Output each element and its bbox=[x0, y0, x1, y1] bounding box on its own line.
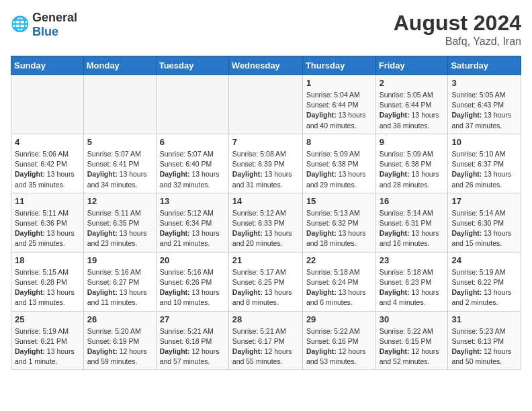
day-info: Sunrise: 5:17 AMSunset: 6:25 PMDaylight:… bbox=[232, 267, 299, 308]
day-number: 12 bbox=[87, 196, 152, 206]
day-info: Sunrise: 5:16 AMSunset: 6:27 PMDaylight:… bbox=[87, 267, 152, 308]
calendar-day-cell: 24Sunrise: 5:19 AMSunset: 6:22 PMDayligh… bbox=[448, 252, 521, 311]
calendar-day-cell: 22Sunrise: 5:18 AMSunset: 6:24 PMDayligh… bbox=[302, 252, 375, 311]
day-number: 13 bbox=[160, 196, 225, 206]
calendar-day-cell: 18Sunrise: 5:15 AMSunset: 6:28 PMDayligh… bbox=[11, 252, 84, 311]
calendar-week-row: 18Sunrise: 5:15 AMSunset: 6:28 PMDayligh… bbox=[11, 252, 521, 311]
calendar-day-cell: 31Sunrise: 5:23 AMSunset: 6:13 PMDayligh… bbox=[448, 311, 521, 370]
day-of-week-header: Wednesday bbox=[228, 56, 302, 75]
calendar-day-cell: 11Sunrise: 5:11 AMSunset: 6:36 PMDayligh… bbox=[11, 193, 84, 252]
calendar-week-row: 25Sunrise: 5:19 AMSunset: 6:21 PMDayligh… bbox=[11, 311, 521, 370]
calendar-day-cell: 4Sunrise: 5:06 AMSunset: 6:42 PMDaylight… bbox=[11, 134, 84, 193]
day-number: 6 bbox=[160, 137, 225, 147]
day-info: Sunrise: 5:12 AMSunset: 6:33 PMDaylight:… bbox=[232, 208, 299, 249]
day-info: Sunrise: 5:11 AMSunset: 6:36 PMDaylight:… bbox=[15, 208, 80, 249]
calendar-day-cell: 3Sunrise: 5:05 AMSunset: 6:43 PMDaylight… bbox=[448, 75, 521, 134]
calendar-day-cell bbox=[11, 75, 84, 134]
day-number: 28 bbox=[232, 314, 299, 324]
day-info: Sunrise: 5:19 AMSunset: 6:22 PMDaylight:… bbox=[451, 267, 517, 308]
day-number: 8 bbox=[306, 137, 372, 147]
day-number: 24 bbox=[451, 255, 517, 265]
day-of-week-header: Sunday bbox=[11, 56, 84, 75]
day-info: Sunrise: 5:09 AMSunset: 6:38 PMDaylight:… bbox=[306, 149, 372, 190]
day-info: Sunrise: 5:09 AMSunset: 6:38 PMDaylight:… bbox=[380, 149, 445, 190]
day-info: Sunrise: 5:20 AMSunset: 6:19 PMDaylight:… bbox=[87, 326, 152, 367]
calendar-header-row: SundayMondayTuesdayWednesdayThursdayFrid… bbox=[11, 56, 521, 75]
page-title: August 2024 bbox=[394, 11, 521, 36]
day-info: Sunrise: 5:22 AMSunset: 6:16 PMDaylight:… bbox=[306, 326, 372, 367]
day-number: 10 bbox=[451, 137, 517, 147]
calendar-day-cell bbox=[228, 75, 302, 134]
logo-icon: 🌐 bbox=[11, 15, 30, 34]
day-of-week-header: Tuesday bbox=[156, 56, 228, 75]
day-info: Sunrise: 5:19 AMSunset: 6:21 PMDaylight:… bbox=[15, 326, 80, 367]
calendar-day-cell: 17Sunrise: 5:14 AMSunset: 6:30 PMDayligh… bbox=[448, 193, 521, 252]
calendar-day-cell: 12Sunrise: 5:11 AMSunset: 6:35 PMDayligh… bbox=[83, 193, 156, 252]
day-info: Sunrise: 5:22 AMSunset: 6:15 PMDaylight:… bbox=[380, 326, 445, 367]
day-of-week-header: Monday bbox=[83, 56, 156, 75]
day-number: 18 bbox=[15, 255, 80, 265]
day-info: Sunrise: 5:06 AMSunset: 6:42 PMDaylight:… bbox=[15, 149, 80, 190]
day-number: 5 bbox=[87, 137, 152, 147]
day-info: Sunrise: 5:12 AMSunset: 6:34 PMDaylight:… bbox=[160, 208, 225, 249]
calendar-day-cell: 19Sunrise: 5:16 AMSunset: 6:27 PMDayligh… bbox=[83, 252, 156, 311]
calendar-week-row: 1Sunrise: 5:04 AMSunset: 6:44 PMDaylight… bbox=[11, 75, 521, 134]
day-number: 19 bbox=[87, 255, 152, 265]
day-info: Sunrise: 5:23 AMSunset: 6:13 PMDaylight:… bbox=[451, 326, 517, 367]
calendar-day-cell: 30Sunrise: 5:22 AMSunset: 6:15 PMDayligh… bbox=[375, 311, 448, 370]
calendar-table: SundayMondayTuesdayWednesdayThursdayFrid… bbox=[11, 56, 521, 370]
calendar-day-cell: 25Sunrise: 5:19 AMSunset: 6:21 PMDayligh… bbox=[11, 311, 84, 370]
day-number: 22 bbox=[306, 255, 372, 265]
day-number: 23 bbox=[380, 255, 445, 265]
day-info: Sunrise: 5:21 AMSunset: 6:18 PMDaylight:… bbox=[160, 326, 225, 367]
svg-text:🌐: 🌐 bbox=[11, 15, 30, 33]
day-info: Sunrise: 5:16 AMSunset: 6:26 PMDaylight:… bbox=[160, 267, 225, 308]
day-number: 20 bbox=[160, 255, 225, 265]
calendar-day-cell: 8Sunrise: 5:09 AMSunset: 6:38 PMDaylight… bbox=[302, 134, 375, 193]
calendar-day-cell: 15Sunrise: 5:13 AMSunset: 6:32 PMDayligh… bbox=[302, 193, 375, 252]
day-info: Sunrise: 5:14 AMSunset: 6:30 PMDaylight:… bbox=[451, 208, 517, 249]
day-info: Sunrise: 5:04 AMSunset: 6:44 PMDaylight:… bbox=[306, 90, 372, 131]
day-of-week-header: Friday bbox=[375, 56, 448, 75]
day-info: Sunrise: 5:15 AMSunset: 6:28 PMDaylight:… bbox=[15, 267, 80, 308]
day-number: 14 bbox=[232, 196, 299, 206]
page-header: 🌐 General Blue August 2024 Bafq, Yazd, I… bbox=[11, 11, 521, 48]
day-number: 31 bbox=[451, 314, 517, 324]
day-number: 16 bbox=[380, 196, 445, 206]
calendar-day-cell: 2Sunrise: 5:05 AMSunset: 6:44 PMDaylight… bbox=[375, 75, 448, 134]
day-number: 2 bbox=[380, 78, 445, 88]
day-number: 9 bbox=[380, 137, 445, 147]
day-info: Sunrise: 5:18 AMSunset: 6:24 PMDaylight:… bbox=[306, 267, 372, 308]
day-of-week-header: Saturday bbox=[448, 56, 521, 75]
day-number: 27 bbox=[160, 314, 225, 324]
day-number: 29 bbox=[306, 314, 372, 324]
day-number: 25 bbox=[15, 314, 80, 324]
calendar-day-cell: 21Sunrise: 5:17 AMSunset: 6:25 PMDayligh… bbox=[228, 252, 302, 311]
day-info: Sunrise: 5:10 AMSunset: 6:37 PMDaylight:… bbox=[451, 149, 517, 190]
calendar-day-cell: 1Sunrise: 5:04 AMSunset: 6:44 PMDaylight… bbox=[302, 75, 375, 134]
day-number: 11 bbox=[15, 196, 80, 206]
calendar-day-cell: 9Sunrise: 5:09 AMSunset: 6:38 PMDaylight… bbox=[375, 134, 448, 193]
day-number: 3 bbox=[451, 78, 517, 88]
day-number: 1 bbox=[306, 78, 372, 88]
day-info: Sunrise: 5:07 AMSunset: 6:41 PMDaylight:… bbox=[87, 149, 152, 190]
day-info: Sunrise: 5:11 AMSunset: 6:35 PMDaylight:… bbox=[87, 208, 152, 249]
calendar-day-cell bbox=[156, 75, 228, 134]
calendar-day-cell: 23Sunrise: 5:18 AMSunset: 6:23 PMDayligh… bbox=[375, 252, 448, 311]
page-subtitle: Bafq, Yazd, Iran bbox=[394, 36, 521, 48]
calendar-day-cell: 20Sunrise: 5:16 AMSunset: 6:26 PMDayligh… bbox=[156, 252, 228, 311]
logo-text-blue: Blue bbox=[32, 25, 58, 38]
logo: 🌐 General Blue bbox=[11, 11, 77, 39]
day-number: 17 bbox=[451, 196, 517, 206]
logo-text-general: General bbox=[32, 11, 77, 24]
calendar-day-cell: 27Sunrise: 5:21 AMSunset: 6:18 PMDayligh… bbox=[156, 311, 228, 370]
day-of-week-header: Thursday bbox=[302, 56, 375, 75]
day-info: Sunrise: 5:05 AMSunset: 6:44 PMDaylight:… bbox=[380, 90, 445, 131]
day-info: Sunrise: 5:21 AMSunset: 6:17 PMDaylight:… bbox=[232, 326, 299, 367]
day-number: 4 bbox=[15, 137, 80, 147]
calendar-week-row: 4Sunrise: 5:06 AMSunset: 6:42 PMDaylight… bbox=[11, 134, 521, 193]
calendar-week-row: 11Sunrise: 5:11 AMSunset: 6:36 PMDayligh… bbox=[11, 193, 521, 252]
calendar-day-cell: 6Sunrise: 5:07 AMSunset: 6:40 PMDaylight… bbox=[156, 134, 228, 193]
calendar-day-cell: 28Sunrise: 5:21 AMSunset: 6:17 PMDayligh… bbox=[228, 311, 302, 370]
day-number: 26 bbox=[87, 314, 152, 324]
